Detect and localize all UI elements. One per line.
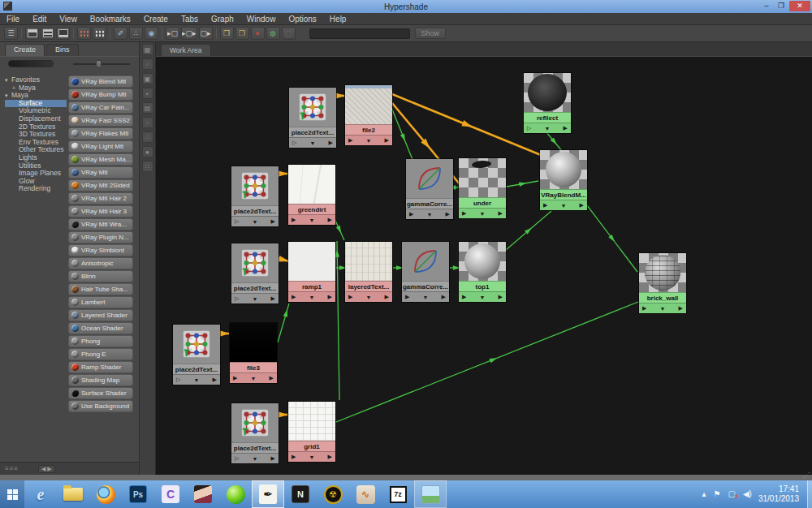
node-input-icon[interactable]: ▶ (292, 294, 296, 300)
shader-button-ramp-shader[interactable]: Ramp Shader (68, 361, 133, 373)
show-desktop-button[interactable] (807, 480, 812, 508)
render-sphere-icon[interactable]: ● (251, 27, 265, 40)
graph-node-file2[interactable]: file2▶▼▶ (345, 85, 392, 145)
node-input-icon[interactable]: ▶ (642, 305, 646, 312)
node-output-icon[interactable]: ▶ (385, 137, 389, 144)
restore-button[interactable]: ❐ (775, 1, 788, 11)
node-input-icon[interactable]: ▶ (348, 137, 352, 144)
mini-scrollbar[interactable]: ◀ ▶ (38, 465, 55, 473)
shader-button-vray-light-mtl[interactable]: VRay Light Mtl (68, 140, 133, 153)
filter-input[interactable] (309, 28, 410, 39)
menu-tabs[interactable]: Tabs (175, 13, 205, 25)
node-output-icon[interactable]: ▶ (271, 218, 275, 225)
resize-grip-icon[interactable]: ⋰ (803, 471, 810, 479)
menu-edit[interactable]: Edit (26, 13, 53, 25)
slider-handle[interactable] (96, 60, 102, 68)
small-swatches-icon[interactable] (77, 27, 91, 40)
graph-node-greendirt[interactable]: greendirt▶▼▶ (288, 165, 335, 225)
node-input-icon[interactable]: ▷ (176, 377, 180, 383)
shader-button-use-background[interactable]: Use Background (68, 400, 133, 412)
node-output-icon[interactable]: ▶ (328, 217, 332, 223)
menu-create[interactable]: Create (137, 13, 175, 25)
node-expand-icon[interactable]: ▼ (253, 219, 258, 225)
tab-bins[interactable]: Bins (46, 44, 79, 56)
taskbar-firefox[interactable] (89, 480, 122, 508)
node-output-icon[interactable]: ▶ (328, 294, 332, 300)
graph-node-gammaCorre-2[interactable]: gammaCorre...▶▼▶ (402, 242, 449, 302)
node-expand-icon[interactable]: ▼ (480, 211, 486, 217)
shader-button-vray-simbiont[interactable]: VRay Simbiont (68, 244, 133, 256)
scroll-right-icon[interactable]: ▶ (47, 466, 51, 471)
node-output-icon[interactable]: ▶ (442, 294, 446, 300)
node-input-icon[interactable]: ▷ (292, 140, 296, 146)
node-output-icon[interactable]: ▶ (499, 210, 503, 217)
side-toolbar-button[interactable]: ▣ (142, 73, 153, 84)
node-input-icon[interactable]: ▷ (235, 295, 239, 302)
graph-node-VRayBlendM[interactable]: VRayBlendM...▶▼▶ (540, 150, 587, 210)
node-expand-icon[interactable]: ▼ (309, 217, 315, 223)
minimize-button[interactable]: – (760, 1, 773, 11)
shader-button-phong-e[interactable]: Phong E (68, 348, 133, 360)
node-input-icon[interactable]: ▷ (235, 218, 239, 225)
graph-node-place2dTexture-5[interactable]: place2dText...▷▼▶ (231, 403, 279, 463)
node-output-icon[interactable]: ▶ (271, 295, 275, 302)
tree-item-favorites[interactable]: ▾Favorites (5, 76, 67, 84)
taskbar-file-explorer[interactable] (57, 480, 89, 508)
shader-button-ocean-shader[interactable]: Ocean Shader (68, 322, 133, 334)
side-toolbar-button[interactable]: ● (142, 146, 153, 157)
shader-button-surface-shader[interactable]: Surface Shader (68, 387, 133, 399)
node-input-icon[interactable]: ▶ (233, 375, 237, 381)
tab-create[interactable]: Create (5, 44, 45, 56)
node-expand-icon[interactable]: ▼ (423, 295, 429, 300)
graph-node-brick_wall[interactable]: brick_wall▶▼▶ (639, 253, 686, 313)
wireframe-sphere-icon[interactable]: ◍ (266, 27, 280, 40)
node-expand-icon[interactable]: ▼ (194, 377, 200, 383)
taskbar-image-viewer[interactable] (414, 480, 447, 508)
graph-node-place2dTexture-1[interactable]: place2dText...▷▼▶ (289, 88, 336, 148)
node-expand-icon[interactable]: ▼ (366, 295, 372, 300)
node-output-icon[interactable]: ▶ (499, 294, 503, 300)
node-input-icon[interactable]: ▶ (462, 294, 466, 300)
shader-button-vray-bump-mtl[interactable]: VRay Bump Mtl (68, 88, 133, 101)
taskbar-quill-app[interactable]: ✒ (252, 480, 284, 508)
taskbar-green-orb[interactable] (219, 480, 252, 508)
graph-materials-icon[interactable]: ◉ (145, 27, 158, 40)
node-output-icon[interactable]: ▶ (385, 294, 389, 300)
node-output-icon[interactable]: ▶ (271, 455, 275, 462)
taskbar-corel[interactable]: C (154, 480, 187, 508)
graph-node-place2dTexture-2[interactable]: place2dText...▷▼▶ (231, 166, 279, 226)
tab-work-area[interactable]: Work Area (161, 44, 211, 56)
swatch-size-slider[interactable] (73, 63, 130, 65)
taskbar-photoshop[interactable]: Ps (122, 480, 154, 508)
layout-list-icon[interactable]: ☰ (4, 27, 18, 40)
side-toolbar-button[interactable]: ▦ (142, 44, 153, 55)
node-input-icon[interactable]: ▷ (235, 455, 239, 462)
shader-button-vray-mtl-hair-3[interactable]: VRay Mtl Hair 3 (68, 205, 133, 217)
node-expand-icon[interactable]: ▼ (253, 456, 258, 462)
output-connections-icon[interactable]: ▢▸ (199, 27, 213, 40)
shader-button-vray-plugin-n-[interactable]: VRay Plugin N... (68, 231, 133, 243)
clear-graph-icon[interactable]: ✐ (114, 27, 127, 40)
node-output-icon[interactable]: ▶ (564, 125, 568, 131)
tree-item-image-planes[interactable]: Image Planes (5, 170, 67, 178)
taskbar-anime-app[interactable] (187, 480, 219, 508)
graph-node-place2dTexture-3[interactable]: place2dText...▷▼▶ (231, 243, 279, 304)
graph-node-ramp1[interactable]: ramp1▶▼▶ (288, 242, 335, 302)
node-expand-icon[interactable]: ▼ (660, 306, 666, 312)
layout-top-pane-icon[interactable] (25, 27, 39, 40)
shader-button-vray-mesh-ma-[interactable]: VRay Mesh Ma... (68, 153, 133, 166)
taskbar-n-app[interactable]: N (284, 480, 317, 508)
side-toolbar-button[interactable]: ▫ (142, 58, 153, 70)
node-expand-icon[interactable]: ▼ (366, 138, 372, 144)
graph-node-refllect[interactable]: refllect▷▼▶ (524, 73, 571, 133)
node-expand-icon[interactable]: ▼ (427, 212, 433, 217)
node-output-icon[interactable]: ▶ (270, 375, 274, 381)
shader-button-phong[interactable]: Phong (68, 335, 133, 347)
graph-node-under[interactable]: under▶▼▶ (459, 158, 506, 218)
shader-button-vray-fast-sss2[interactable]: VRay Fast SSS2 (68, 114, 133, 127)
node-output-icon[interactable]: ▶ (446, 211, 450, 217)
shader-button-hair-tube-sha-[interactable]: Hair Tube Sha... (68, 283, 133, 295)
shader-button-vray-car-pain-[interactable]: VRay Car Pain... (68, 101, 133, 114)
shader-button-vray-mtl[interactable]: VRay Mtl (68, 166, 133, 179)
menu-file[interactable]: File (0, 13, 26, 25)
